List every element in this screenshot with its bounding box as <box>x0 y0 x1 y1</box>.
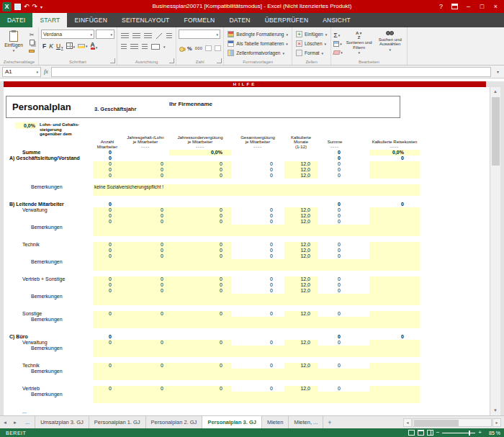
zoom-out-icon[interactable]: − <box>436 429 440 436</box>
grid-cell[interactable]: 0 <box>318 386 352 392</box>
orientation-icon[interactable] <box>156 33 163 39</box>
grid-cell[interactable]: 12,0 <box>284 173 318 179</box>
font-size-select[interactable]: ▾ <box>96 30 114 39</box>
zoom-slider-thumb[interactable] <box>469 431 470 436</box>
sheet-row[interactable]: A) Geschäftsleitung/Vorstand000 <box>5 156 420 161</box>
grid-cell[interactable]: 0 <box>369 334 420 340</box>
grid-cell[interactable]: 0 <box>169 167 231 173</box>
grid-cell[interactable]: 0 <box>169 282 231 288</box>
insert-cells-button[interactable]: Einfügen ▾ <box>294 30 328 39</box>
sheet-row[interactable] <box>5 351 420 357</box>
zoom-level[interactable]: 85 % <box>485 431 500 436</box>
ribbon-tab-seitenlayout[interactable]: SEITENLAYOUT <box>114 13 176 27</box>
grid-cell[interactable]: 0 <box>318 248 352 253</box>
conditional-formatting-button[interactable]: Bedingte Formatierung ▾ <box>226 30 289 39</box>
grid-cell[interactable]: 0 <box>231 173 284 179</box>
grid-cell[interactable] <box>369 311 420 317</box>
grid-cell[interactable]: 0 <box>318 334 352 340</box>
grid-cell[interactable]: 0 <box>93 213 122 219</box>
align-middle-icon[interactable] <box>132 33 140 39</box>
remarks-band[interactable] <box>93 351 420 357</box>
sheet-row[interactable] <box>5 230 420 236</box>
grid-cell[interactable]: 0 <box>122 276 169 282</box>
merge-center-icon[interactable] <box>151 44 160 50</box>
grid-cell[interactable]: 12,0 <box>284 242 318 248</box>
row-label[interactable] <box>5 299 93 305</box>
grid-cell[interactable]: 0 <box>169 173 231 179</box>
grid-cell[interactable]: 0 <box>122 161 169 167</box>
grid-cell[interactable]: 0 <box>169 288 231 294</box>
grid-cell[interactable]: 0 <box>93 340 122 346</box>
sheet-row[interactable]: 000012,00 <box>5 219 420 225</box>
row-label[interactable] <box>5 230 93 236</box>
row-label[interactable] <box>5 397 93 403</box>
ribbon-tab-formeln[interactable]: FORMELN <box>177 13 222 27</box>
grid-cell[interactable] <box>284 334 318 340</box>
sheet-row[interactable]: 000012,00 <box>5 213 420 219</box>
grid-cell[interactable]: 12,0 <box>284 311 318 317</box>
align-right-icon[interactable] <box>142 44 148 50</box>
remarks-cell[interactable] <box>93 294 420 299</box>
grid-cell[interactable] <box>369 219 420 225</box>
undo-icon[interactable]: ↶ <box>24 1 30 12</box>
sheet-row[interactable]: ... <box>5 409 420 415</box>
grid-cell[interactable]: 0 <box>169 276 231 282</box>
sheet-row[interactable] <box>5 374 420 380</box>
grid-cell[interactable]: 0 <box>318 207 352 213</box>
remarks-band[interactable] <box>93 397 420 403</box>
sort-filter-button[interactable]: A▼Z Sortieren und Filtern ▾ <box>345 30 374 56</box>
scroll-down-icon[interactable]: ▼ <box>490 406 500 415</box>
ribbon-tab-überprüfen[interactable]: ÜBERPRÜFEN <box>258 13 316 27</box>
grid-cell[interactable]: 0 <box>122 311 169 317</box>
grid-cell[interactable]: 0 <box>318 161 352 167</box>
wrap-text-icon[interactable] <box>166 33 172 39</box>
remarks-band[interactable] <box>93 230 420 236</box>
help-button[interactable]: ? <box>434 1 448 12</box>
page-break-view-icon[interactable] <box>427 430 433 436</box>
excel-logo-icon[interactable]: X <box>2 2 12 12</box>
increase-decimal-icon[interactable] <box>205 45 212 51</box>
grid-cell[interactable]: 0 <box>318 202 352 207</box>
copy-icon[interactable] <box>27 40 36 46</box>
sheet-row[interactable]: Bemerkungen <box>5 225 420 230</box>
grid-cell[interactable]: 0 <box>122 167 169 173</box>
sheet-row[interactable]: Vertrieb + Sonstige000012,00 <box>5 276 420 282</box>
grid-cell[interactable]: 0 <box>93 207 122 213</box>
grid-cell[interactable]: 0 <box>93 288 122 294</box>
grid-cell[interactable]: 0 <box>122 288 169 294</box>
grid-cell[interactable]: 0 <box>169 213 231 219</box>
sheet-nav-right-icon[interactable]: ► <box>10 416 20 428</box>
row-label[interactable]: B) Leitende Mitarbeiter <box>5 202 93 207</box>
grid-cell[interactable] <box>369 340 420 346</box>
grid-cell[interactable]: 12,0 <box>284 248 318 253</box>
grid-cell[interactable]: 0 <box>231 167 284 173</box>
hscroll-track[interactable] <box>413 418 492 427</box>
grid-cell[interactable]: 12,0 <box>284 276 318 282</box>
grid-cell[interactable] <box>369 161 420 167</box>
grid-cell[interactable]: 0 <box>318 213 352 219</box>
grid-cell[interactable]: 0 <box>93 276 122 282</box>
save-icon[interactable] <box>14 0 21 13</box>
grid-cell[interactable]: 0 <box>318 253 352 259</box>
grid-cell[interactable]: 0 <box>122 363 169 369</box>
font-name-select[interactable]: Verdana ▾ <box>41 30 94 39</box>
grid-cell[interactable]: 0 <box>169 363 231 369</box>
remarks-cell[interactable] <box>93 346 420 351</box>
row-label[interactable] <box>5 190 93 196</box>
grid-cell[interactable]: 12,0 <box>284 167 318 173</box>
row-label[interactable] <box>5 288 93 294</box>
grid-cell[interactable]: 0 <box>122 282 169 288</box>
sheet-row[interactable]: 000012,00 <box>5 173 420 179</box>
grid-cell[interactable]: 0 <box>318 311 352 317</box>
grid-cell[interactable]: 12,0 <box>284 207 318 213</box>
grid-cell[interactable]: 0,0% <box>369 150 420 156</box>
name-box[interactable]: A1 ▾ <box>2 67 41 77</box>
grid-cell[interactable] <box>231 150 284 156</box>
sheet-tab[interactable]: Personalplan 3. GJ <box>202 416 262 428</box>
ribbon-options-button[interactable] <box>448 1 462 12</box>
grid-cell[interactable]: 0 <box>231 161 284 167</box>
sheet-tab[interactable]: Personalplan 2. GJ <box>146 416 203 428</box>
sheet-row[interactable]: Bemerkungenkeine Sozialversicherungspfli… <box>5 184 420 190</box>
grid-cell[interactable]: 12,0 <box>284 219 318 225</box>
scroll-up-icon[interactable]: ▲ <box>490 87 500 96</box>
